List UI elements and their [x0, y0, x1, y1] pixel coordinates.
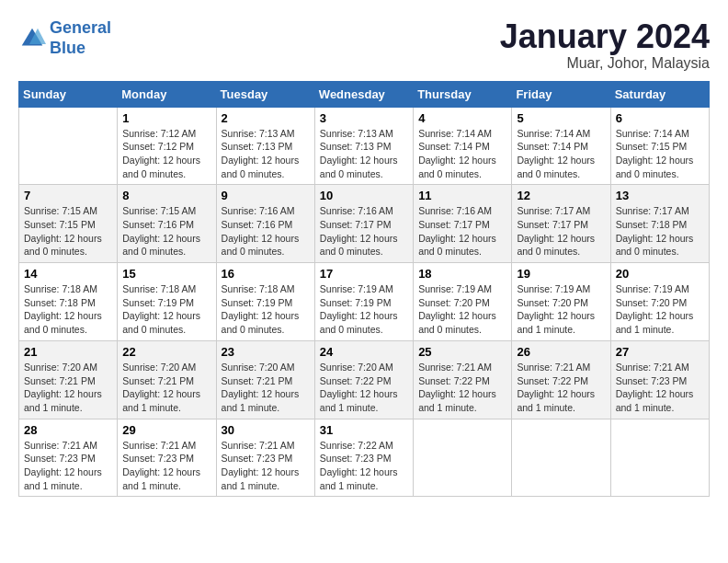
day-info: Sunrise: 7:16 AM Sunset: 7:16 PM Dayligh…	[222, 204, 310, 259]
subtitle: Muar, Johor, Malaysia	[500, 55, 710, 72]
day-number: 16	[222, 267, 310, 281]
calendar-cell	[414, 419, 512, 497]
logo-line2: Blue	[50, 39, 85, 57]
calendar-week-3: 14Sunrise: 7:18 AM Sunset: 7:18 PM Dayli…	[19, 263, 710, 341]
day-info: Sunrise: 7:19 AM Sunset: 7:20 PM Dayligh…	[418, 282, 506, 337]
day-info: Sunrise: 7:15 AM Sunset: 7:16 PM Dayligh…	[122, 204, 210, 259]
day-number: 31	[320, 423, 408, 437]
day-info: Sunrise: 7:14 AM Sunset: 7:15 PM Dayligh…	[616, 127, 704, 181]
weekday-header-thursday: Thursday	[414, 81, 512, 107]
day-info: Sunrise: 7:17 AM Sunset: 7:18 PM Dayligh…	[616, 204, 704, 259]
calendar-cell: 4Sunrise: 7:14 AM Sunset: 7:14 PM Daylig…	[414, 107, 512, 185]
day-number: 20	[616, 267, 704, 281]
day-number: 1	[122, 111, 210, 125]
day-info: Sunrise: 7:18 AM Sunset: 7:19 PM Dayligh…	[222, 282, 310, 337]
day-number: 29	[122, 423, 210, 437]
day-info: Sunrise: 7:20 AM Sunset: 7:22 PM Dayligh…	[320, 361, 408, 415]
logo-text: General Blue	[50, 18, 111, 58]
calendar-cell: 10Sunrise: 7:16 AM Sunset: 7:17 PM Dayli…	[314, 185, 413, 263]
calendar-cell: 20Sunrise: 7:19 AM Sunset: 7:20 PM Dayli…	[610, 263, 709, 341]
day-info: Sunrise: 7:14 AM Sunset: 7:14 PM Dayligh…	[418, 127, 506, 181]
calendar-cell: 28Sunrise: 7:21 AM Sunset: 7:23 PM Dayli…	[19, 419, 118, 497]
day-number: 3	[320, 111, 408, 125]
calendar-cell: 15Sunrise: 7:18 AM Sunset: 7:19 PM Dayli…	[118, 263, 216, 341]
weekday-header-row: SundayMondayTuesdayWednesdayThursdayFrid…	[19, 81, 710, 107]
title-block: January 2024 Muar, Johor, Malaysia	[500, 18, 710, 72]
calendar-cell: 25Sunrise: 7:21 AM Sunset: 7:22 PM Dayli…	[414, 340, 512, 419]
day-number: 14	[24, 267, 112, 281]
calendar-week-5: 28Sunrise: 7:21 AM Sunset: 7:23 PM Dayli…	[19, 419, 710, 497]
calendar-cell: 29Sunrise: 7:21 AM Sunset: 7:23 PM Dayli…	[118, 419, 216, 497]
day-info: Sunrise: 7:19 AM Sunset: 7:19 PM Dayligh…	[320, 282, 408, 337]
calendar-cell: 18Sunrise: 7:19 AM Sunset: 7:20 PM Dayli…	[414, 263, 512, 341]
day-info: Sunrise: 7:21 AM Sunset: 7:23 PM Dayligh…	[122, 439, 210, 493]
logo-line1: General	[50, 18, 111, 37]
calendar-cell: 14Sunrise: 7:18 AM Sunset: 7:18 PM Dayli…	[19, 263, 118, 341]
day-number: 30	[222, 423, 310, 437]
day-info: Sunrise: 7:21 AM Sunset: 7:23 PM Dayligh…	[616, 361, 704, 415]
calendar-cell: 16Sunrise: 7:18 AM Sunset: 7:19 PM Dayli…	[216, 263, 314, 341]
day-number: 15	[122, 267, 210, 281]
day-info: Sunrise: 7:21 AM Sunset: 7:23 PM Dayligh…	[222, 439, 310, 493]
day-info: Sunrise: 7:20 AM Sunset: 7:21 PM Dayligh…	[122, 361, 210, 415]
logo-icon	[18, 25, 46, 52]
day-number: 19	[517, 267, 605, 281]
main-title: January 2024	[500, 18, 710, 55]
calendar-cell: 7Sunrise: 7:15 AM Sunset: 7:15 PM Daylig…	[19, 185, 118, 263]
calendar-cell: 23Sunrise: 7:20 AM Sunset: 7:21 PM Dayli…	[216, 340, 314, 419]
day-number: 21	[24, 345, 112, 359]
weekday-header-tuesday: Tuesday	[216, 81, 314, 107]
day-info: Sunrise: 7:21 AM Sunset: 7:22 PM Dayligh…	[517, 361, 605, 415]
calendar-table: SundayMondayTuesdayWednesdayThursdayFrid…	[18, 81, 710, 498]
calendar-cell: 31Sunrise: 7:22 AM Sunset: 7:23 PM Dayli…	[314, 419, 413, 497]
calendar-cell: 12Sunrise: 7:17 AM Sunset: 7:17 PM Dayli…	[512, 185, 610, 263]
day-info: Sunrise: 7:13 AM Sunset: 7:13 PM Dayligh…	[320, 127, 408, 181]
day-info: Sunrise: 7:18 AM Sunset: 7:18 PM Dayligh…	[24, 282, 112, 337]
day-number: 5	[517, 111, 605, 125]
day-number: 12	[517, 189, 605, 202]
day-number: 6	[616, 111, 704, 125]
weekday-header-wednesday: Wednesday	[314, 81, 413, 107]
weekday-header-sunday: Sunday	[19, 81, 118, 107]
calendar-week-1: 1Sunrise: 7:12 AM Sunset: 7:12 PM Daylig…	[19, 107, 710, 185]
day-number: 25	[418, 345, 506, 359]
day-info: Sunrise: 7:16 AM Sunset: 7:17 PM Dayligh…	[418, 204, 506, 259]
weekday-header-friday: Friday	[512, 81, 610, 107]
day-info: Sunrise: 7:13 AM Sunset: 7:13 PM Dayligh…	[222, 127, 310, 181]
calendar-cell: 1Sunrise: 7:12 AM Sunset: 7:12 PM Daylig…	[118, 107, 216, 185]
day-info: Sunrise: 7:22 AM Sunset: 7:23 PM Dayligh…	[320, 439, 408, 493]
day-number: 13	[616, 189, 704, 202]
calendar-cell	[19, 107, 118, 185]
day-info: Sunrise: 7:20 AM Sunset: 7:21 PM Dayligh…	[24, 361, 112, 415]
day-number: 17	[320, 267, 408, 281]
calendar-cell: 3Sunrise: 7:13 AM Sunset: 7:13 PM Daylig…	[314, 107, 413, 185]
day-number: 11	[418, 189, 506, 202]
day-number: 4	[418, 111, 506, 125]
logo: General Blue	[18, 18, 111, 58]
day-info: Sunrise: 7:14 AM Sunset: 7:14 PM Dayligh…	[517, 127, 605, 181]
day-info: Sunrise: 7:19 AM Sunset: 7:20 PM Dayligh…	[517, 282, 605, 337]
day-info: Sunrise: 7:21 AM Sunset: 7:23 PM Dayligh…	[24, 439, 112, 493]
calendar-cell: 17Sunrise: 7:19 AM Sunset: 7:19 PM Dayli…	[314, 263, 413, 341]
weekday-header-monday: Monday	[118, 81, 216, 107]
day-info: Sunrise: 7:20 AM Sunset: 7:21 PM Dayligh…	[222, 361, 310, 415]
calendar-cell: 6Sunrise: 7:14 AM Sunset: 7:15 PM Daylig…	[610, 107, 709, 185]
day-number: 24	[320, 345, 408, 359]
day-info: Sunrise: 7:17 AM Sunset: 7:17 PM Dayligh…	[517, 204, 605, 259]
calendar-cell: 24Sunrise: 7:20 AM Sunset: 7:22 PM Dayli…	[314, 340, 413, 419]
calendar-cell: 30Sunrise: 7:21 AM Sunset: 7:23 PM Dayli…	[216, 419, 314, 497]
day-number: 7	[24, 189, 112, 202]
weekday-header-saturday: Saturday	[610, 81, 709, 107]
day-number: 2	[222, 111, 310, 125]
day-info: Sunrise: 7:16 AM Sunset: 7:17 PM Dayligh…	[320, 204, 408, 259]
calendar-cell: 19Sunrise: 7:19 AM Sunset: 7:20 PM Dayli…	[512, 263, 610, 341]
calendar-cell	[610, 419, 709, 497]
day-info: Sunrise: 7:19 AM Sunset: 7:20 PM Dayligh…	[616, 282, 704, 337]
day-number: 26	[517, 345, 605, 359]
day-number: 10	[320, 189, 408, 202]
day-info: Sunrise: 7:15 AM Sunset: 7:15 PM Dayligh…	[24, 204, 112, 259]
day-info: Sunrise: 7:12 AM Sunset: 7:12 PM Dayligh…	[122, 127, 210, 181]
calendar-cell: 8Sunrise: 7:15 AM Sunset: 7:16 PM Daylig…	[118, 185, 216, 263]
day-number: 9	[222, 189, 310, 202]
calendar-cell: 21Sunrise: 7:20 AM Sunset: 7:21 PM Dayli…	[19, 340, 118, 419]
